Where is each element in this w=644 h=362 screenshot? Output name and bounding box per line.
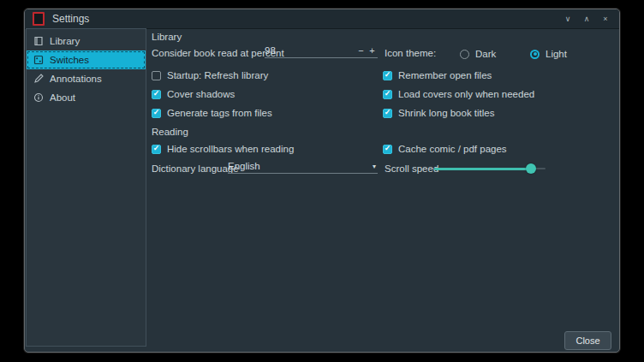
check-icon: ✓ — [385, 145, 391, 152]
checkbox-box: ✓ — [383, 145, 392, 154]
sidebar-item-annotations[interactable]: Annotations — [27, 69, 146, 88]
checkbox-label: Startup: Refresh library — [167, 70, 268, 80]
checkbox-box: ✓ — [152, 145, 161, 154]
scroll-speed-slider[interactable] — [434, 163, 546, 174]
sidebar-item-label: About — [50, 92, 75, 103]
check-icon: ✓ — [153, 145, 160, 152]
reading-section-title: Reading — [152, 127, 188, 137]
checkbox-label: Load covers only when needed — [398, 89, 534, 99]
checkbox-cache-comic-pdf[interactable]: ✓ Cache comic / pdf pages — [383, 143, 507, 155]
checkbox-box: ✓ — [152, 109, 161, 118]
app-logo-icon — [33, 12, 45, 26]
sidebar-item-label: Switches — [50, 55, 89, 65]
close-button[interactable]: Close — [564, 331, 611, 350]
radio-icon-theme-light[interactable]: Light — [530, 48, 567, 60]
radio-circle — [530, 50, 540, 59]
checkbox-label: Hide scrollbars when reading — [167, 144, 294, 154]
check-icon: ✓ — [385, 71, 391, 79]
book-icon — [33, 36, 44, 46]
sidebar-item-about[interactable]: About — [27, 88, 146, 107]
checkbox-label: Cache comic / pdf pages — [398, 144, 507, 154]
radio-label: Dark — [475, 49, 496, 59]
checkbox-startup-refresh-library[interactable]: ✓ Startup: Refresh library — [152, 69, 268, 81]
check-icon: ✓ — [153, 109, 160, 116]
checkbox-generate-tags[interactable]: ✓ Generate tags from files — [152, 107, 272, 119]
radio-circle — [460, 50, 469, 59]
checkbox-box: ✓ — [383, 109, 392, 118]
percent-spinbox-value[interactable]: 98 — [265, 45, 355, 57]
scroll-speed-label: Scroll speed — [385, 163, 438, 174]
checkbox-shrink-long-titles[interactable]: ✓ Shrink long book titles — [383, 107, 495, 119]
sidebar-item-label: Library — [50, 36, 80, 46]
sidebar-item-library[interactable]: Library — [27, 32, 146, 50]
checkbox-label: Shrink long book titles — [398, 108, 495, 118]
dictionary-language-dropdown[interactable]: English ▾ — [228, 161, 378, 174]
sidebar-item-label: Annotations — [50, 74, 102, 84]
check-icon: ✓ — [385, 90, 391, 98]
minimize-icon[interactable]: ∨ — [561, 12, 575, 26]
percent-spinbox[interactable]: 98 − + — [265, 45, 378, 58]
increment-button[interactable]: + — [367, 45, 378, 57]
slider-handle[interactable] — [526, 163, 536, 174]
info-icon — [33, 92, 44, 103]
decrement-button[interactable]: − — [355, 45, 367, 57]
checkbox-label: Cover shadows — [167, 89, 235, 99]
library-section-title: Library — [152, 32, 182, 42]
close-icon[interactable]: × — [599, 12, 612, 26]
checkbox-load-covers-when-needed[interactable]: ✓ Load covers only when needed — [383, 88, 534, 100]
checkbox-box: ✓ — [383, 90, 392, 99]
chevron-down-icon: ▾ — [373, 163, 378, 173]
switches-icon — [33, 55, 44, 65]
titlebar: Settings ∨ ∧ × — [25, 9, 619, 29]
maximize-icon[interactable]: ∧ — [580, 12, 593, 26]
dictionary-language-value: English — [228, 161, 373, 173]
icon-theme-label: Icon theme: — [385, 48, 436, 58]
window-controls: ∨ ∧ × — [561, 12, 612, 26]
checkbox-remember-open-files[interactable]: ✓ Remember open files — [383, 69, 492, 81]
checkbox-hide-scrollbars[interactable]: ✓ Hide scrollbars when reading — [152, 143, 294, 155]
settings-window: Settings ∨ ∧ × Library Switches — [24, 9, 620, 353]
checkbox-box: ✓ — [152, 90, 161, 99]
radio-icon-theme-dark[interactable]: Dark — [460, 48, 496, 60]
checkbox-label: Generate tags from files — [167, 108, 272, 118]
check-icon: ✓ — [153, 90, 160, 98]
window-title: Settings — [52, 13, 89, 25]
settings-sidebar: Library Switches Annotations About — [26, 28, 146, 347]
checkbox-label: Remember open files — [398, 70, 492, 80]
radio-label: Light — [546, 49, 567, 59]
checkbox-box: ✓ — [152, 71, 161, 80]
checkbox-box: ✓ — [383, 71, 392, 80]
pencil-icon — [33, 74, 44, 84]
slider-fill — [434, 168, 531, 170]
checkbox-cover-shadows[interactable]: ✓ Cover shadows — [152, 88, 235, 100]
sidebar-item-switches[interactable]: Switches — [27, 50, 146, 69]
check-icon: ✓ — [385, 109, 391, 116]
dictionary-language-label: Dictionary language — [152, 163, 239, 174]
